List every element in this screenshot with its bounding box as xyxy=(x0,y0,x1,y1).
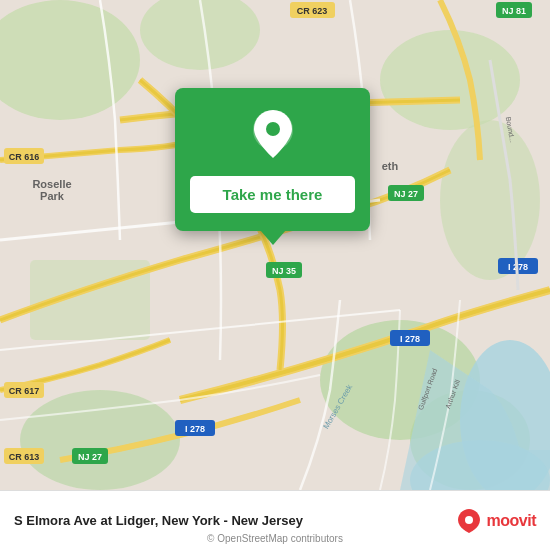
take-me-there-button[interactable]: Take me there xyxy=(190,176,355,213)
svg-point-46 xyxy=(465,516,473,524)
svg-text:NJ 35: NJ 35 xyxy=(272,266,296,276)
svg-point-4 xyxy=(440,120,540,280)
svg-text:I 278: I 278 xyxy=(400,334,420,344)
location-name: S Elmora Ave at Lidger, New York - New J… xyxy=(14,513,455,528)
popup-card: Take me there xyxy=(175,88,370,231)
svg-text:NJ 27: NJ 27 xyxy=(394,189,418,199)
svg-text:CR 613: CR 613 xyxy=(9,452,40,462)
svg-text:Park: Park xyxy=(40,190,65,202)
location-text-block: S Elmora Ave at Lidger, New York - New J… xyxy=(14,513,455,528)
svg-text:Roselle: Roselle xyxy=(32,178,71,190)
svg-text:CR 617: CR 617 xyxy=(9,386,40,396)
moovit-logo: moovit xyxy=(455,507,536,535)
svg-point-45 xyxy=(266,122,280,136)
location-pin-icon xyxy=(249,108,297,164)
map-background: CR 623 NJ 82 NJ 27 NJ 81 NJ 28 CR 616 CR… xyxy=(0,0,550,490)
map-attribution: © OpenStreetMap contributors xyxy=(207,533,343,544)
moovit-icon xyxy=(455,507,483,535)
svg-text:NJ 81: NJ 81 xyxy=(502,6,526,16)
svg-text:I 278: I 278 xyxy=(185,424,205,434)
svg-text:eth: eth xyxy=(382,160,399,172)
svg-text:CR 623: CR 623 xyxy=(297,6,328,16)
svg-text:CR 616: CR 616 xyxy=(9,152,40,162)
bottom-bar: S Elmora Ave at Lidger, New York - New J… xyxy=(0,490,550,550)
svg-text:NJ 27: NJ 27 xyxy=(78,452,102,462)
map-container: CR 623 NJ 82 NJ 27 NJ 81 NJ 28 CR 616 CR… xyxy=(0,0,550,490)
moovit-label: moovit xyxy=(487,512,536,530)
